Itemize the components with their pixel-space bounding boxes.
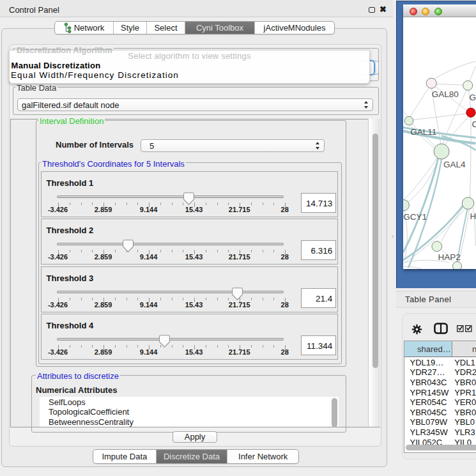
svg-text:H: H: [470, 211, 476, 221]
svg-text:GAL4: GAL4: [443, 160, 466, 169]
svg-text:GAL80: GAL80: [432, 89, 459, 99]
svg-text:GA: GA: [470, 93, 476, 102]
svg-text:GCY1: GCY1: [403, 212, 427, 222]
svg-text:GAL11: GAL11: [410, 127, 436, 137]
svg-text:C: C: [472, 119, 476, 129]
svg-text:HAP2: HAP2: [438, 252, 461, 262]
